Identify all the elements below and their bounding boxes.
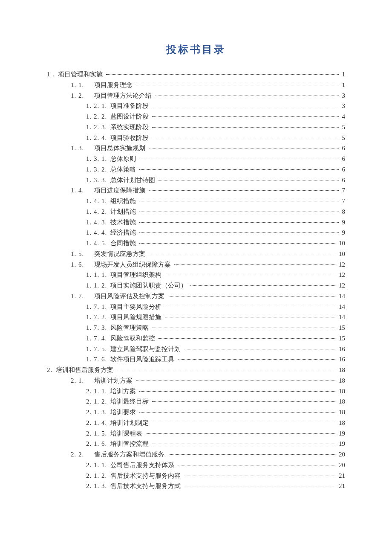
toc-page-number: 20 — [339, 449, 345, 460]
toc-leader-dots — [174, 264, 335, 265]
toc-page-number: 14 — [339, 302, 345, 312]
toc-number: 1. 7. — [71, 291, 84, 302]
toc-entry: 1. 7. 3.风险管理策略15 — [47, 323, 345, 333]
toc-text: 技术措施 — [110, 217, 136, 228]
toc-page-number: 5 — [342, 122, 346, 133]
table-of-contents: 1 .项目管理和实施11. 1.项目服务理念11. 2.项目管理方法论介绍31.… — [47, 69, 345, 491]
toc-number: 2. 1. 6. — [86, 439, 107, 449]
toc-text: 培训最终目标 — [110, 396, 149, 407]
toc-entry: 1. 1.项目服务理念1 — [47, 80, 345, 90]
toc-entry: 2. 1. 5.培训课程表19 — [47, 428, 345, 439]
toc-page-number: 15 — [339, 333, 345, 344]
toc-number: 1. 2. 1. — [86, 101, 107, 111]
toc-entry: 1. 2. 4.项目验收阶段5 — [47, 133, 345, 143]
toc-number: 2. 1. 4. — [86, 418, 107, 428]
toc-leader-dots — [149, 148, 338, 148]
toc-leader-dots — [178, 359, 335, 360]
toc-leader-dots — [152, 328, 335, 328]
toc-entry: 1. 7. 4.风险驾驭和监控15 — [47, 333, 345, 344]
toc-page-number: 18 — [339, 407, 345, 418]
toc-text: 蓝图设计阶段 — [110, 111, 149, 122]
toc-text: 售后技术支持与服务方式 — [110, 481, 181, 491]
toc-number: 1. 3. 3. — [86, 175, 107, 186]
toc-number: 1. 1. — [71, 80, 84, 90]
toc-number: 2. 1. 1. — [86, 386, 107, 397]
toc-page-number: 1 — [342, 69, 346, 80]
toc-text: 合同措施 — [110, 238, 136, 249]
toc-text: 项目管理组织架构 — [110, 270, 161, 280]
toc-text: 项目准备阶段 — [110, 101, 149, 111]
toc-page-number: 14 — [339, 312, 345, 323]
toc-number: 2. 1. 3. — [86, 481, 107, 491]
toc-leader-dots — [184, 349, 335, 349]
toc-page-number: 6 — [342, 154, 346, 164]
toc-number: 1. 4. 3. — [86, 217, 107, 228]
toc-number: 1. 2. 4. — [86, 133, 107, 143]
toc-number: 1. 4. — [71, 185, 84, 196]
toc-leader-dots — [165, 307, 335, 307]
toc-leader-dots — [149, 254, 335, 254]
toc-text: 项目风险规避措施 — [110, 312, 161, 323]
toc-text: 软件项目风险追踪工具 — [110, 354, 174, 365]
toc-page-number: 10 — [339, 249, 345, 259]
toc-number: 1. 1. 1. — [86, 270, 107, 280]
toc-leader-dots — [152, 116, 338, 117]
toc-entry: 2. 1. 1.培训方案18 — [47, 386, 345, 397]
toc-text: 风险驾驭和监控 — [110, 333, 155, 344]
toc-entry: 1. 4. 3.技术措施9 — [47, 217, 345, 228]
toc-number: 1. 7. 6. — [86, 354, 107, 365]
toc-number: 1. 7. 1. — [86, 302, 107, 312]
toc-text: 培训计划制定 — [110, 418, 149, 428]
toc-page-number: 6 — [342, 143, 346, 154]
toc-page-number: 12 — [339, 259, 345, 270]
toc-number: 2. 1. 1. — [86, 460, 107, 471]
toc-number: 2. 1. — [71, 375, 84, 386]
toc-text: 建立风险驾驭与监控计划 — [110, 344, 181, 355]
toc-entry: 1. 1. 2.项目实施团队职责（公司）12 — [47, 280, 345, 291]
toc-text: 培训方案 — [110, 386, 136, 397]
toc-text: 售后服务方案和增值服务 — [94, 449, 164, 460]
toc-number: 1. 4. 4. — [86, 227, 107, 238]
toc-entry: 1. 2. 3.系统实现阶段5 — [47, 122, 345, 133]
toc-number: 1. 2. — [71, 90, 84, 101]
toc-number: 1 . — [47, 69, 55, 80]
toc-number: 1. 1. 2. — [86, 280, 107, 291]
toc-number: 1. 4. 2. — [86, 206, 107, 217]
toc-entry: 1. 2.项目管理方法论介绍3 — [47, 90, 345, 101]
toc-entry: 2. 1. 1.公司售后服务支持体系20 — [47, 460, 345, 471]
toc-entry: 1. 7. 1.项目主要风险分析14 — [47, 302, 345, 312]
toc-leader-dots — [165, 275, 335, 275]
toc-entry: 2. 1. 3.售后技术支持与服务方式21 — [47, 481, 345, 491]
toc-text: 现场开发人员组织保障方案 — [94, 259, 171, 270]
toc-number: 1. 7. 4. — [86, 333, 107, 344]
toc-entry: 1. 3. 3.总体计划甘特图6 — [47, 175, 345, 186]
toc-number: 1. 3. 2. — [86, 164, 107, 175]
toc-leader-dots — [149, 190, 338, 191]
toc-leader-dots — [184, 476, 335, 476]
toc-page-number: 5 — [342, 133, 346, 143]
toc-entry: 1. 7.项目风险评估及控制方案14 — [47, 291, 345, 302]
toc-entry: 2. 1. 6.培训管控流程19 — [47, 439, 345, 449]
toc-leader-dots — [159, 180, 338, 180]
toc-number: 2. 1. 5. — [86, 428, 107, 439]
toc-text: 项目总体实施规划 — [94, 143, 145, 154]
toc-text: 培训课程表 — [110, 428, 142, 439]
toc-leader-dots — [139, 412, 335, 413]
toc-page-number: 10 — [339, 238, 345, 249]
toc-page-number: 19 — [339, 439, 345, 449]
toc-text: 项目风险评估及控制方案 — [94, 291, 164, 302]
toc-text: 项目管理和实施 — [58, 69, 103, 80]
toc-text: 售后技术支持与服务内容 — [110, 471, 181, 481]
toc-leader-dots — [159, 338, 335, 339]
toc-number: 2. 1. 3. — [86, 407, 107, 418]
toc-entry: 1. 7. 2.项目风险规避措施14 — [47, 312, 345, 323]
toc-entry: 1. 1. 1.项目管理组织架构12 — [47, 270, 345, 280]
toc-entry: 1. 4.项目进度保障措施7 — [47, 185, 345, 196]
toc-leader-dots — [139, 232, 338, 233]
toc-text: 总体原则 — [110, 154, 136, 164]
toc-number: 1. 2. 3. — [86, 122, 107, 133]
toc-leader-dots — [139, 391, 335, 392]
toc-number: 2. — [47, 365, 52, 375]
toc-number: 1. 6. — [71, 259, 84, 270]
toc-text: 计划措施 — [110, 206, 136, 217]
